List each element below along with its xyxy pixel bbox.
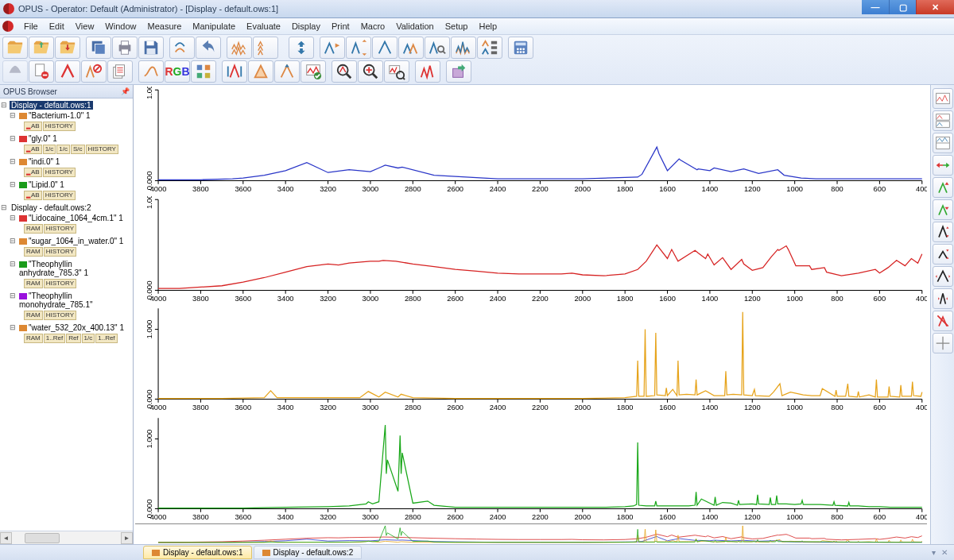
svg-text:1.000: 1.000	[145, 429, 153, 448]
tree-item[interactable]: "water_532_20x_400.13" 1	[0, 322, 133, 333]
menu-view[interactable]: View	[70, 19, 100, 33]
bracket-peak-icon[interactable]	[222, 60, 247, 83]
spectrum-panel[interactable]: 4000380036003400320030002800260024002200…	[135, 305, 927, 415]
svg-text:800: 800	[831, 184, 843, 193]
tree-item[interactable]: "Bacterium-1.0" 1	[0, 110, 133, 121]
menu-validation[interactable]: Validation	[390, 19, 440, 33]
minimize-button[interactable]: —	[862, 0, 889, 14]
peak-updown-icon[interactable]	[346, 37, 371, 59]
zoom-chart-icon[interactable]	[384, 60, 409, 83]
peak-compare-icon[interactable]	[477, 37, 502, 59]
export-up-icon[interactable]	[446, 60, 471, 83]
svg-text:1600: 1600	[659, 184, 676, 193]
peak-wide-icon[interactable]	[933, 266, 953, 287]
svg-text:1800: 1800	[617, 294, 634, 303]
tab-display-2[interactable]: Display - default.ows:2	[254, 546, 363, 559]
settings-cubes-icon[interactable]	[191, 60, 216, 83]
save-all-icon[interactable]	[86, 37, 111, 59]
tab-label: Display - default.ows:1	[163, 548, 243, 557]
menu-manipulate[interactable]: Manipulate	[187, 19, 241, 33]
spectrum-panel[interactable]: 4000380036003400320030002800260024002200…	[135, 87, 927, 196]
print-icon[interactable]	[112, 37, 138, 59]
tree-item[interactable]: "Theophyllin monohydrate_785.1"	[0, 291, 133, 310]
open-file-icon[interactable]	[2, 37, 28, 59]
multi-peak-plot-icon[interactable]	[415, 60, 440, 83]
undo-icon[interactable]	[196, 37, 221, 59]
grid-calc-icon[interactable]	[508, 37, 533, 59]
svg-text:2400: 2400	[490, 184, 506, 193]
peak-narrow-icon[interactable]	[933, 288, 953, 309]
menu-print[interactable]: Print	[326, 19, 355, 33]
scroll-left-icon[interactable]: ◄	[0, 532, 12, 544]
open-folder-up-icon[interactable]	[29, 37, 54, 59]
scroll-right-icon[interactable]: ►	[121, 532, 133, 544]
peak-height-up-icon[interactable]	[933, 222, 953, 242]
svg-text:3000: 3000	[363, 403, 379, 411]
spectrum-panel[interactable]: 4000380036003400320030002800260024002200…	[135, 196, 927, 306]
peak-up-arrow-icon[interactable]	[274, 60, 300, 83]
tree-item[interactable]: "Theophyllin anhydrate_785.3" 1	[0, 259, 133, 278]
menu-display[interactable]: Display	[286, 19, 326, 33]
peaks-triple-icon[interactable]	[253, 37, 278, 59]
menu-edit[interactable]: Edit	[44, 19, 70, 33]
peak-cancel-icon[interactable]	[933, 311, 953, 331]
pin-icon[interactable]: 📌	[121, 87, 130, 95]
tree-display-node[interactable]: Display - default.ows:1	[0, 100, 133, 110]
doc-stack-icon[interactable]	[107, 60, 133, 83]
menu-macro[interactable]: Macro	[355, 19, 391, 33]
measure-icon[interactable]	[2, 60, 28, 83]
svg-text:600: 600	[874, 512, 886, 521]
peak-expand-up-icon[interactable]	[933, 177, 953, 198]
open-folder-down-icon[interactable]	[55, 37, 80, 59]
zoom-in-icon[interactable]	[358, 60, 383, 83]
peak-height-down-icon[interactable]	[933, 244, 953, 265]
menu-evaluate[interactable]: Evaluate	[241, 19, 286, 33]
browser-hscroll[interactable]: ◄ ►	[0, 531, 133, 544]
spectrum-panel[interactable]: 4000380036003400320030002800260024002200…	[135, 415, 927, 524]
svg-text:3800: 3800	[192, 184, 209, 193]
peaks-multi-icon[interactable]	[227, 37, 252, 59]
scroll-thumb[interactable]	[25, 533, 60, 543]
maximize-button[interactable]: ▢	[889, 0, 916, 14]
curve-tool-icon[interactable]	[138, 60, 164, 83]
tab-close-controls[interactable]: ▾ ✕	[932, 548, 954, 557]
right-toolbar	[930, 85, 954, 544]
peak-red-icon[interactable]	[55, 60, 80, 83]
peak-shift-icon[interactable]	[398, 37, 424, 59]
send-back-icon[interactable]	[169, 37, 195, 59]
peak-shrink-down-icon[interactable]	[933, 199, 953, 220]
collapse-icon[interactable]	[289, 37, 314, 59]
menu-file[interactable]: File	[18, 19, 44, 33]
stacked-mode-icon[interactable]	[933, 110, 953, 131]
split-mode-icon[interactable]	[933, 133, 953, 153]
tree-item[interactable]: "indi.0" 1	[0, 156, 133, 167]
overview-strip[interactable]	[135, 523, 927, 544]
menu-window[interactable]: Window	[99, 19, 142, 33]
rgb-label[interactable]: RGB	[165, 60, 190, 83]
menu-help[interactable]: Help	[473, 19, 502, 33]
tree-item[interactable]: "gly.0" 1	[0, 133, 133, 144]
zoom-peak-icon[interactable]	[332, 60, 357, 83]
tree-item[interactable]: "Lipid.0" 1	[0, 180, 133, 190]
overlay-mode-icon[interactable]	[933, 88, 953, 109]
integrate-icon[interactable]	[248, 60, 273, 83]
crosshair-icon[interactable]	[933, 333, 953, 353]
peak-single-icon[interactable]	[372, 37, 398, 59]
peak-left-icon[interactable]	[320, 37, 345, 59]
tree-display-node[interactable]: Display - default.ows:2	[0, 203, 133, 213]
peak-analyze-icon[interactable]	[425, 37, 450, 59]
save-icon[interactable]	[138, 37, 164, 59]
svg-text:2200: 2200	[532, 403, 549, 411]
arrows-lr-icon[interactable]	[933, 155, 953, 176]
tree-item[interactable]: "Lidocaine_1064_4cm.1" 1	[0, 213, 133, 223]
close-button[interactable]: ✕	[916, 0, 954, 14]
peak-multi-overlay-icon[interactable]	[451, 37, 476, 59]
tab-display-1[interactable]: Display - default.ows:1	[143, 546, 252, 559]
peak-denied-icon[interactable]	[81, 60, 107, 83]
delete-doc-icon[interactable]	[29, 60, 54, 83]
menu-measure[interactable]: Measure	[142, 19, 187, 33]
tree-item[interactable]: "sugar_1064_in_water.0" 1	[0, 236, 133, 246]
file-tree[interactable]: Display - default.ows:1"Bacterium-1.0" 1…	[0, 98, 133, 531]
menu-setup[interactable]: Setup	[440, 19, 474, 33]
chart-ok-icon[interactable]	[301, 60, 326, 83]
